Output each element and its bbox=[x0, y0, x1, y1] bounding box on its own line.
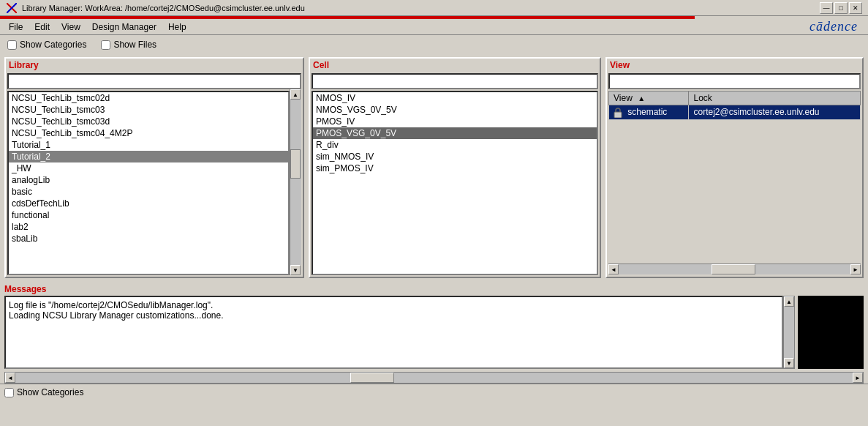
hscroll-thumb[interactable] bbox=[712, 264, 755, 274]
list-item[interactable]: sbaLib bbox=[9, 233, 288, 244]
messages-text: Log file is "/home/cortej2/CMOSedu/libMa… bbox=[4, 296, 783, 369]
cell-panel-title: Cell bbox=[310, 59, 600, 72]
menu-edit[interactable]: Edit bbox=[29, 20, 56, 34]
maximize-button[interactable]: □ bbox=[834, 2, 848, 14]
list-item[interactable]: cdsDefTechLib bbox=[9, 198, 288, 209]
sort-icon: ▲ bbox=[638, 94, 645, 102]
list-item[interactable]: sim_NMOS_IV bbox=[313, 151, 597, 162]
list-item[interactable]: sim_PMOS_IV bbox=[313, 162, 597, 174]
window-title: Library Manager: WorkArea: /home/cortej2… bbox=[22, 4, 820, 12]
library-list-container: NCSU_TechLib_tsmc02d NCSU_TechLib_tsmc03… bbox=[7, 89, 301, 275]
view-table-wrapper: View ▲ Lock bbox=[608, 91, 861, 264]
bottom-hscroll-thumb[interactable] bbox=[350, 373, 394, 383]
messages-vscrollbar[interactable]: ▲ ▼ bbox=[783, 296, 795, 369]
hscroll-right-btn[interactable]: ► bbox=[850, 264, 861, 274]
title-bar: Library Manager: WorkArea: /home/cortej2… bbox=[0, 0, 868, 16]
view-col-header[interactable]: View ▲ bbox=[609, 91, 689, 105]
cell-panel-content: PMOS_VSG_0V_5V NMOS_IV NMOS_VGS_0V_5V PM… bbox=[310, 72, 600, 277]
main-content: Library Tutorial_2 NCSU_TechLib_tsmc02d … bbox=[0, 54, 868, 281]
lock-col-header[interactable]: Lock bbox=[689, 91, 861, 105]
list-item[interactable]: PMOS_IV bbox=[313, 116, 597, 127]
message-line-1: Log file is "/home/cortej2/CMOSedu/libMa… bbox=[9, 300, 213, 310]
show-files-checkbox[interactable]: Show Files bbox=[101, 40, 156, 50]
bottom-scroll-area: ◄ ► bbox=[0, 372, 868, 384]
list-item[interactable]: Tutorial_1 bbox=[9, 139, 288, 151]
library-search-input[interactable]: Tutorial_2 bbox=[7, 73, 301, 89]
list-item[interactable]: NMOS_IV bbox=[313, 92, 597, 104]
bottom-show-categories[interactable]: Show Categories bbox=[4, 387, 864, 397]
messages-content-area: Log file is "/home/cortej2/CMOSedu/libMa… bbox=[4, 296, 795, 369]
list-item[interactable]: R_div bbox=[313, 139, 597, 151]
menu-view[interactable]: View bbox=[56, 20, 86, 34]
messages-title: Messages bbox=[4, 284, 864, 294]
bottom-show-categories-input[interactable] bbox=[4, 388, 14, 397]
msg-scroll-up[interactable]: ▲ bbox=[784, 296, 794, 307]
library-list: NCSU_TechLib_tsmc02d NCSU_TechLib_tsmc03… bbox=[7, 91, 290, 275]
view-cell: schematic bbox=[609, 105, 689, 120]
scroll-up-btn[interactable]: ▲ bbox=[290, 89, 301, 100]
list-item[interactable]: functional bbox=[9, 209, 288, 221]
view-panel-title: View bbox=[607, 59, 862, 72]
show-categories-checkbox[interactable]: Show Categories bbox=[7, 40, 86, 50]
table-row[interactable]: schematic cortej2@csimcluster.ee.unlv.ed… bbox=[609, 105, 861, 120]
show-files-input[interactable] bbox=[101, 40, 110, 50]
library-panel-content: Tutorial_2 NCSU_TechLib_tsmc02d NCSU_Tec… bbox=[6, 72, 303, 277]
show-categories-input[interactable] bbox=[7, 40, 17, 50]
msg-scroll-track bbox=[784, 307, 794, 358]
msg-scroll-down[interactable]: ▼ bbox=[784, 358, 794, 368]
menu-design-manager[interactable]: Design Manager bbox=[86, 20, 162, 34]
bottom-toolbar: Show Categories bbox=[0, 384, 868, 400]
scroll-down-btn[interactable]: ▼ bbox=[290, 265, 301, 275]
toolbar: Show Categories Show Files bbox=[0, 35, 868, 54]
scroll-thumb[interactable] bbox=[290, 149, 301, 179]
view-table: View ▲ Lock bbox=[608, 91, 861, 120]
list-item[interactable]: basic bbox=[9, 186, 288, 198]
view-search-input[interactable]: schematic bbox=[608, 73, 861, 89]
cadence-logo: cādence bbox=[809, 19, 865, 34]
view-panel-content: schematic View ▲ Lock bbox=[607, 72, 862, 277]
hscroll-left-btn[interactable]: ◄ bbox=[608, 264, 619, 274]
list-item[interactable]: analogLib bbox=[9, 174, 288, 186]
show-categories-label: Show Categories bbox=[20, 40, 86, 50]
cell-panel: Cell PMOS_VSG_0V_5V NMOS_IV NMOS_VGS_0V_… bbox=[309, 57, 601, 278]
library-panel-title: Library bbox=[6, 59, 303, 72]
cell-list: NMOS_IV NMOS_VGS_0V_5V PMOS_IV PMOS_VSG_… bbox=[312, 91, 598, 275]
list-item[interactable]: lab2 bbox=[9, 221, 288, 233]
minimize-button[interactable]: — bbox=[820, 2, 833, 14]
lock-cell: cortej2@csimcluster.ee.unlv.edu bbox=[689, 105, 861, 120]
close-button[interactable]: ✕ bbox=[849, 2, 862, 14]
messages-body: Log file is "/home/cortej2/CMOSedu/libMa… bbox=[4, 296, 864, 369]
view-panel: View schematic View ▲ Lock bbox=[605, 57, 864, 278]
list-item-selected[interactable]: PMOS_VSG_0V_5V bbox=[313, 127, 597, 139]
message-line-2: Loading NCSU Library Manager customizati… bbox=[9, 310, 223, 321]
messages-section: Messages Log file is "/home/cortej2/CMOS… bbox=[0, 281, 868, 372]
bottom-hscrollbar[interactable]: ◄ ► bbox=[4, 372, 864, 384]
library-scrollbar[interactable]: ▲ ▼ bbox=[290, 89, 301, 275]
list-item-selected[interactable]: Tutorial_2 bbox=[9, 151, 288, 162]
cell-search-input[interactable]: PMOS_VSG_0V_5V bbox=[312, 73, 598, 89]
menu-help[interactable]: Help bbox=[162, 20, 192, 34]
list-item[interactable]: NMOS_VGS_0V_5V bbox=[313, 104, 597, 116]
library-panel: Library Tutorial_2 NCSU_TechLib_tsmc02d … bbox=[4, 57, 304, 278]
bottom-hscroll-right[interactable]: ► bbox=[853, 373, 863, 383]
messages-image-area bbox=[798, 296, 864, 369]
list-item[interactable]: NCSU_TechLib_tsmc04_4M2P bbox=[9, 127, 288, 139]
svg-rect-2 bbox=[614, 112, 622, 118]
window-controls: — □ ✕ bbox=[820, 2, 862, 14]
menu-bar: File Edit View Design Manager Help cāden… bbox=[0, 19, 868, 35]
list-item[interactable]: NCSU_TechLib_tsmc03 bbox=[9, 104, 288, 116]
menu-file[interactable]: File bbox=[3, 20, 29, 34]
app-icon bbox=[6, 2, 18, 14]
hscroll-track bbox=[619, 264, 850, 274]
view-hscrollbar[interactable]: ◄ ► bbox=[608, 264, 861, 275]
list-item[interactable]: NCSU_TechLib_tsmc03d bbox=[9, 116, 288, 127]
cell-list-container: NMOS_IV NMOS_VGS_0V_5V PMOS_IV PMOS_VSG_… bbox=[312, 89, 598, 275]
list-item[interactable]: _HW bbox=[9, 162, 288, 174]
show-files-label: Show Files bbox=[113, 40, 156, 50]
bottom-hscroll-left[interactable]: ◄ bbox=[5, 373, 15, 383]
list-item[interactable]: NCSU_TechLib_tsmc02d bbox=[9, 92, 288, 104]
scroll-track bbox=[290, 100, 301, 265]
bottom-hscroll-track bbox=[15, 373, 853, 383]
bottom-show-categories-label: Show Categories bbox=[17, 387, 83, 397]
